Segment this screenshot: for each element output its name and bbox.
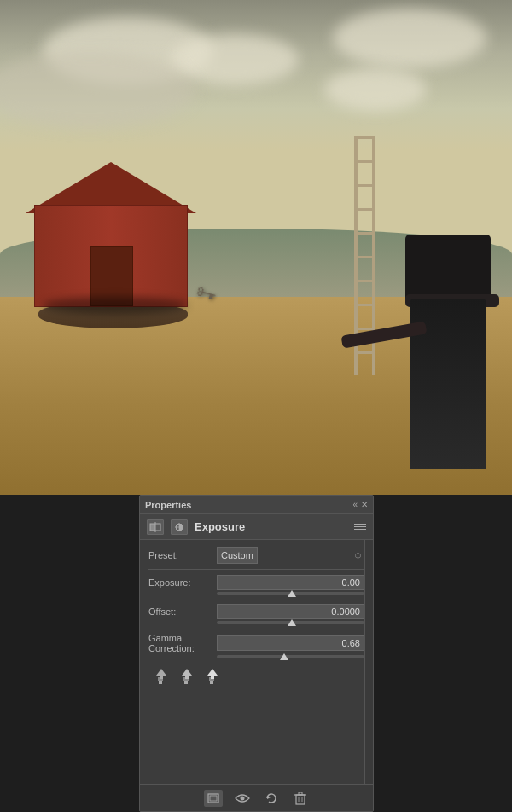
eyedropper-row <box>148 669 364 686</box>
menu-line <box>354 524 366 525</box>
barn <box>26 171 196 307</box>
ladder-rung <box>354 280 375 282</box>
panel-content: Preset: Custom Exposure: 0.00 Offset: <box>140 540 373 693</box>
preset-label: Preset: <box>148 550 217 560</box>
adjustment-layer-icon[interactable] <box>147 519 164 535</box>
barn-shadow <box>43 297 188 314</box>
svg-marker-9 <box>156 669 166 679</box>
offset-value[interactable]: 0.0000 <box>217 604 364 619</box>
svg-marker-12 <box>182 669 192 679</box>
svg-point-18 <box>240 796 244 800</box>
svg-rect-17 <box>210 796 217 801</box>
figure <box>384 196 495 469</box>
close-panel-button[interactable]: ✕ <box>361 500 368 509</box>
gamma-value[interactable]: 0.68 <box>217 635 364 651</box>
eyedropper-point-gray-button[interactable] <box>178 669 195 686</box>
cloud-4 <box>324 68 427 111</box>
figure-hat <box>405 235 491 303</box>
offset-slider-row <box>148 621 364 624</box>
exposure-header: Exposure <box>140 514 373 540</box>
menu-line <box>354 526 366 527</box>
gamma-label: Gamma Correction: <box>148 633 217 653</box>
ladder-rung <box>354 232 375 235</box>
ladder-rung <box>354 208 375 211</box>
exposure-slider-thumb[interactable] <box>288 590 296 597</box>
exposure-slider-track[interactable] <box>217 592 364 595</box>
menu-line <box>354 529 366 530</box>
visibility-button[interactable] <box>233 790 252 807</box>
panel-scrollbar[interactable] <box>364 540 373 784</box>
exposure-row: Exposure: 0.00 <box>148 575 364 590</box>
gamma-slider-track[interactable] <box>217 655 364 658</box>
ladder-rung <box>354 136 375 139</box>
panel-controls: « ✕ <box>352 500 368 509</box>
barn-body <box>34 205 188 307</box>
ladder-rung <box>354 351 375 354</box>
svg-rect-2 <box>150 524 155 531</box>
ladder-rung <box>354 184 375 187</box>
eyedropper-point-black-button[interactable] <box>153 669 170 686</box>
ladder-rung <box>354 304 375 306</box>
svg-marker-15 <box>207 669 218 679</box>
properties-panel: Properties « ✕ Exposure <box>139 495 374 812</box>
svg-rect-20 <box>296 795 305 804</box>
panel-titlebar: Properties « ✕ <box>140 496 373 514</box>
svg-marker-19 <box>267 796 271 799</box>
divider <box>148 569 364 570</box>
offset-row: Offset: 0.0000 <box>148 604 364 619</box>
cloud-3 <box>333 9 486 68</box>
reset-button[interactable] <box>262 790 281 807</box>
delete-button[interactable] <box>291 790 310 807</box>
gamma-slider-row <box>148 655 364 658</box>
preset-select[interactable]: Custom <box>217 547 258 564</box>
offset-slider-track[interactable] <box>217 621 364 624</box>
gamma-slider-thumb[interactable] <box>280 653 288 660</box>
panel-title: Properties <box>145 500 191 510</box>
exposure-slider-row <box>148 592 364 595</box>
collapse-panel-button[interactable]: « <box>352 500 358 509</box>
exposure-value[interactable]: 0.00 <box>217 575 364 590</box>
exposure-title: Exposure <box>195 520 245 533</box>
offset-label: Offset: <box>148 606 217 617</box>
eyedropper-point-white-button[interactable] <box>204 669 221 686</box>
ladder-rung <box>354 256 375 258</box>
panel-menu-button[interactable] <box>354 524 366 530</box>
svg-rect-22 <box>299 792 302 795</box>
gamma-row: Gamma Correction: 0.68 <box>148 633 364 653</box>
photo-canvas: 🗝 <box>0 0 512 495</box>
ladder-rung <box>354 160 375 163</box>
exposure-label: Exposure: <box>148 577 217 588</box>
exposure-icon[interactable] <box>171 519 188 535</box>
offset-slider-thumb[interactable] <box>288 619 296 626</box>
panel-footer <box>140 784 373 811</box>
preset-select-wrapper: Custom <box>217 547 364 564</box>
preset-row: Preset: Custom <box>148 547 364 564</box>
new-layer-button[interactable] <box>204 790 223 807</box>
